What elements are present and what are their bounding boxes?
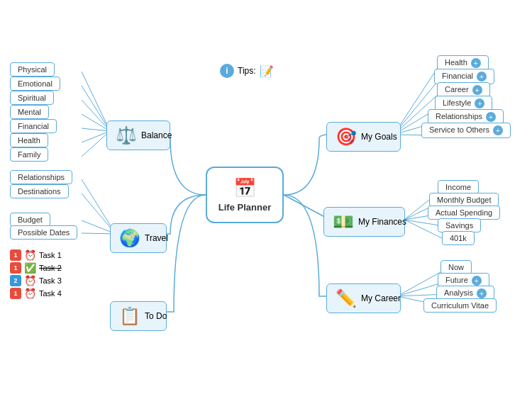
leaf-destinations[interactable]: Destinations — [10, 184, 69, 198]
leaf-actual-spending[interactable]: Actual Spending — [428, 206, 500, 220]
task2-priority: 1 — [10, 262, 21, 274]
task-4[interactable]: 1 ⏰ Task 4 — [10, 288, 62, 299]
goals-label: My Goals — [361, 132, 397, 142]
task4-priority: 1 — [10, 288, 21, 299]
leaf-now[interactable]: Now — [440, 260, 472, 274]
tips-label: Tips: — [238, 66, 256, 76]
task3-priority: 2 — [10, 275, 21, 286]
leaf-401k[interactable]: 401k — [442, 231, 475, 245]
task4-label: Task 4 — [39, 289, 62, 298]
svg-line-3 — [82, 114, 110, 131]
leaf-relationships[interactable]: Relationships — [10, 170, 72, 184]
leaf-health-balance[interactable]: Health — [10, 133, 48, 147]
task4-check-icon: ⏰ — [24, 288, 36, 299]
central-node[interactable]: 📅 Life Planner — [206, 167, 284, 223]
svg-line-2 — [82, 100, 110, 131]
leaf-cv[interactable]: Curriculum Vitae — [423, 298, 497, 313]
leaf-possible-dates[interactable]: Possible Dates — [10, 225, 77, 240]
finances-label: My Finances — [358, 217, 406, 227]
tips-box: i Tips: 📝 — [220, 64, 274, 78]
task-1[interactable]: 1 ⏰ Task 1 — [10, 249, 62, 261]
central-label: Life Planner — [218, 202, 271, 213]
leaf-family[interactable]: Family — [10, 147, 48, 162]
task2-check-icon: ✅ — [24, 262, 36, 274]
leaf-physical[interactable]: Physical — [10, 62, 55, 77]
branch-career[interactable]: ✏️ My Career — [326, 283, 401, 313]
task2-label: Task 2 — [39, 264, 62, 272]
leaf-emotional[interactable]: Emotional — [10, 77, 60, 91]
svg-line-4 — [82, 128, 110, 131]
goals-icon: 🎯 — [336, 127, 357, 147]
branch-goals[interactable]: 🎯 My Goals — [326, 122, 401, 152]
leaf-income[interactable]: Income — [438, 180, 479, 194]
leaf-budget[interactable]: Budget — [10, 213, 50, 227]
leaf-financial-balance[interactable]: Financial — [10, 119, 57, 133]
balance-icon: ⚖️ — [116, 125, 137, 145]
svg-line-5 — [82, 131, 110, 142]
career-label: My Career — [361, 293, 401, 303]
travel-label: Travel — [145, 233, 168, 243]
leaf-service[interactable]: Service to Others — [421, 123, 511, 138]
todo-icon: 📋 — [119, 306, 140, 326]
task3-label: Task 3 — [39, 276, 62, 285]
branch-todo[interactable]: 📋 To Do — [110, 301, 167, 331]
finances-icon: 💵 — [333, 212, 354, 232]
branch-finances[interactable]: 💵 My Finances — [323, 207, 405, 237]
task1-label: Task 1 — [39, 251, 62, 259]
task1-priority: 1 — [10, 249, 21, 261]
task3-check-icon: ⏰ — [24, 275, 36, 286]
task1-check-icon: ⏰ — [24, 249, 36, 261]
balance-label: Balance — [141, 130, 172, 140]
todo-label: To Do — [145, 311, 167, 321]
svg-line-6 — [82, 131, 110, 157]
notepad-icon: 📝 — [260, 64, 274, 78]
task-3[interactable]: 2 ⏰ Task 3 — [10, 275, 62, 286]
branch-travel[interactable]: 🌍 Travel — [110, 223, 167, 253]
leaf-mental[interactable]: Mental — [10, 105, 49, 119]
branch-balance[interactable]: ⚖️ Balance — [106, 120, 170, 150]
leaf-spiritual[interactable]: Spiritual — [10, 91, 54, 105]
svg-line-1 — [82, 86, 110, 131]
calendar-icon: 📅 — [233, 177, 256, 199]
career-icon: ✏️ — [336, 288, 357, 308]
leaf-monthly-budget[interactable]: Monthly Budget — [429, 193, 499, 207]
svg-line-0 — [82, 72, 110, 131]
travel-icon: 🌍 — [119, 228, 140, 248]
leaf-savings[interactable]: Savings — [438, 218, 481, 232]
info-icon: i — [220, 64, 234, 78]
task-2[interactable]: 1 ✅ Task 2 — [10, 262, 62, 274]
